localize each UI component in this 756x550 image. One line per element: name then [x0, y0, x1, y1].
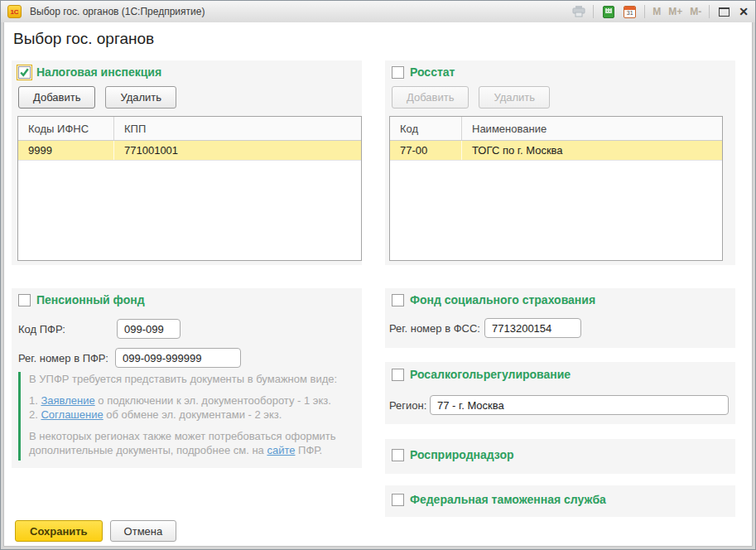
maximize-button[interactable] — [717, 5, 731, 18]
tax-buttons-row: Добавить Удалить — [18, 86, 176, 109]
rosstat-table: Код Наименование 77-00 ТОГС по г. Москва — [389, 116, 723, 261]
memory-m-button[interactable]: M — [652, 6, 661, 17]
tax-cell-kpp: 771001001 — [114, 141, 361, 160]
pfr-regnum-input[interactable] — [115, 348, 241, 368]
rosstat-checkbox[interactable] — [392, 66, 404, 79]
save-button[interactable]: Сохранить — [15, 520, 103, 542]
rosstat-section-header: Росстат — [385, 60, 735, 79]
rosstat-cell-name: ТОГС по г. Москва — [462, 141, 722, 160]
nature-checkbox[interactable] — [392, 449, 404, 461]
titlebar[interactable]: 1С Выбор гос. органов (1С:Предприятие) 3… — [1, 1, 755, 22]
rosstat-section-title: Росстат — [410, 65, 455, 79]
tax-cell-code: 9999 — [18, 141, 114, 160]
pfr-code-input[interactable] — [117, 319, 181, 339]
customs-section-header: Федеральная таможенная служба — [385, 485, 735, 506]
fss-checkbox[interactable] — [392, 294, 404, 306]
pfr-regnum-label: Рег. номер в ПФР: — [18, 352, 115, 364]
rosstat-col-header-code[interactable]: Код — [390, 117, 462, 140]
alco-section-header: Росалкогольрегулирование — [385, 362, 735, 381]
window-title: Выбор гос. органов (1С:Предприятие) — [30, 6, 205, 17]
rosstat-col-header-name[interactable]: Наименование — [462, 117, 722, 140]
cancel-button[interactable]: Отмена — [110, 520, 177, 542]
rosstat-table-row[interactable]: 77-00 ТОГС по г. Москва — [390, 141, 722, 161]
titlebar-separator — [644, 5, 645, 18]
section-federal-customs: Федеральная таможенная служба — [385, 485, 735, 517]
alco-region-row: Регион: — [389, 395, 729, 415]
print-icon[interactable] — [571, 5, 585, 18]
app-window: 1С Выбор гос. органов (1С:Предприятие) 3… — [0, 0, 756, 550]
tax-table: Коды ИФНС КПП 9999 771001001 — [17, 116, 362, 261]
alco-region-input[interactable] — [430, 395, 729, 415]
application-link[interactable]: Заявление — [41, 394, 94, 407]
section-alcohol-regulation: Росалкогольрегулирование Регион: — [385, 362, 735, 424]
pfr-site-link[interactable]: сайте — [267, 444, 295, 456]
pfr-note-line1: В УПФР требуется представить документы в… — [29, 373, 351, 387]
titlebar-separator — [709, 5, 710, 18]
titlebar-separator — [593, 5, 594, 18]
rosstat-table-header: Код Наименование — [390, 117, 722, 141]
close-button[interactable]: ✕ — [739, 6, 749, 17]
checkmark-icon — [19, 67, 30, 78]
customs-section-title: Федеральная таможенная служба — [410, 493, 606, 506]
alco-section-title: Росалкогольрегулирование — [410, 368, 571, 381]
nature-section-header: Росприроднадзор — [385, 439, 735, 461]
fss-regnum-label: Рег. номер в ФСС: — [389, 322, 484, 335]
rosstat-add-button[interactable]: Добавить — [392, 86, 469, 109]
pfr-info-note: В УПФР требуется представить документы в… — [18, 372, 354, 461]
1c-logo-icon: 1С — [7, 5, 22, 18]
fss-regnum-input[interactable] — [484, 318, 581, 338]
section-pension-fund: Пенсионный фонд Код ПФР: Рег. номер в ПФ… — [12, 288, 362, 468]
pfr-section-title: Пенсионный фонд — [36, 293, 145, 306]
alco-checkbox[interactable] — [392, 369, 404, 381]
tax-delete-button[interactable]: Удалить — [105, 86, 176, 109]
rosstat-buttons-row: Добавить Удалить — [392, 86, 550, 109]
section-social-insurance: Фонд социального страхования Рег. номер … — [385, 288, 735, 348]
tax-col-header-codes[interactable]: Коды ИФНС — [18, 117, 114, 140]
memory-m-minus-button[interactable]: M- — [690, 6, 701, 17]
fss-regnum-row: Рег. номер в ФСС: — [389, 318, 581, 338]
rosstat-cell-code: 77-00 — [390, 141, 462, 160]
pfr-note-item2: 2. Соглашение об обмене эл. документами … — [29, 408, 351, 422]
pfr-code-label: Код ПФР: — [18, 323, 117, 335]
pfr-note-item1: 1. Заявление о подключении к эл. докумен… — [29, 394, 351, 408]
section-rosstat: Росстат Добавить Удалить Код Наименовани… — [385, 60, 735, 265]
section-tax-inspection: Налоговая инспекция Добавить Удалить Код… — [12, 60, 362, 265]
fss-section-title: Фонд социального страхования — [410, 293, 595, 306]
customs-checkbox[interactable] — [392, 494, 404, 506]
agreement-link[interactable]: Соглашение — [41, 408, 103, 421]
tax-col-header-kpp[interactable]: КПП — [114, 117, 361, 140]
rosstat-delete-button[interactable]: Удалить — [479, 86, 550, 109]
pfr-section-header: Пенсионный фонд — [12, 288, 362, 306]
tax-section-header: Налоговая инспекция — [12, 60, 362, 79]
tax-section-title: Налоговая инспекция — [36, 65, 161, 79]
page-title: Выбор гос. органов — [13, 30, 154, 48]
titlebar-buttons: 31 M M+ M- ✕ — [571, 5, 749, 18]
tax-add-button[interactable]: Добавить — [18, 86, 95, 109]
pfr-code-row: Код ПФР: — [18, 319, 181, 339]
tax-table-header: Коды ИФНС КПП — [18, 117, 361, 141]
memory-m-plus-button[interactable]: M+ — [668, 6, 682, 17]
alco-region-label: Регион: — [389, 399, 430, 412]
section-nature-supervision: Росприроднадзор — [385, 439, 735, 474]
tax-table-row[interactable]: 9999 771001001 — [18, 141, 361, 161]
pfr-regnum-row: Рег. номер в ПФР: — [18, 348, 241, 368]
pfr-checkbox[interactable] — [18, 294, 31, 306]
footer-buttons: Сохранить Отмена — [15, 520, 176, 542]
calendar-icon[interactable]: 31 — [623, 5, 637, 18]
nature-section-title: Росприроднадзор — [410, 448, 514, 461]
calculator-icon[interactable] — [601, 5, 615, 18]
tax-checkbox[interactable] — [18, 66, 31, 79]
fss-section-header: Фонд социального страхования — [385, 288, 735, 306]
pfr-note-line2: В некоторых регионах также может потребо… — [29, 430, 351, 458]
